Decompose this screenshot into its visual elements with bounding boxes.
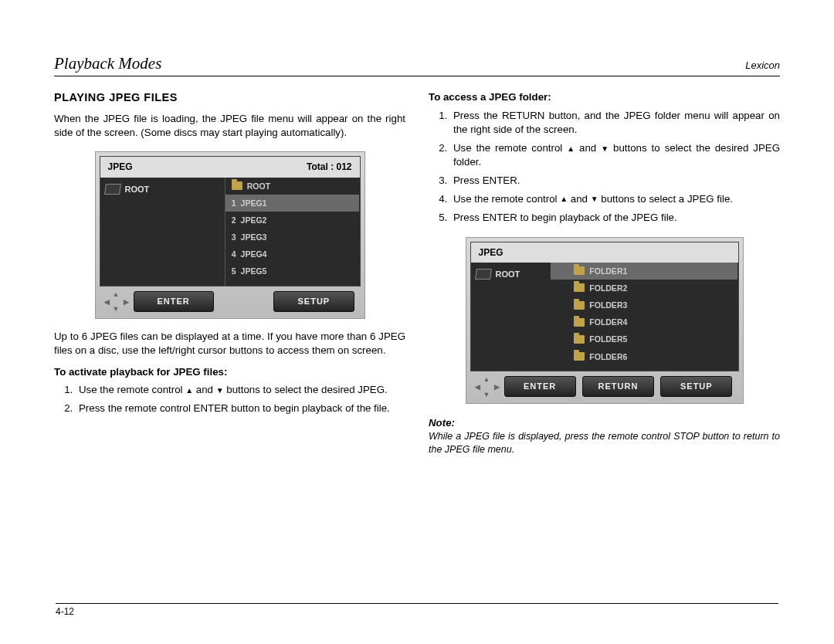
folder-icon [574,266,585,275]
setup-button: SETUP [273,291,354,312]
list-item: FOLDER1 [551,263,737,280]
right-column: To access a JPEG folder: Press the RETUR… [429,90,780,456]
list-item: FOLDER5 [551,330,737,347]
screenshot-footer: ◀▶ ENTER RETURN SETUP [470,371,739,399]
note-text: While a JPEG file is displayed, press th… [429,430,780,456]
title-left: JPEG [108,161,133,173]
open-folder-icon [104,184,121,195]
folder-icon [232,181,242,190]
intro-paragraph: When the JPEG file is loading, the JPEG … [54,112,405,140]
screenshot-titlebar: JPEG [471,242,738,263]
step: Press the remote control ENTER button to… [76,402,405,415]
page-header: Playback Modes Lexicon [54,54,780,76]
brand-name: Lexicon [745,59,780,71]
list-item: 5JPEG5 [225,263,360,280]
content-columns: PLAYING JPEG FILES When the JPEG file is… [54,90,780,456]
access-folder-steps: Press the RETURN button, and the JPEG fo… [450,109,780,225]
activate-steps: Use the remote control ▲ and ▼ buttons t… [76,383,405,415]
up-arrow-icon: ▲ [567,144,575,154]
page-number: 4-12 [56,603,778,617]
folder-icon [574,318,585,327]
open-folder-icon [475,269,492,280]
jpeg-file-menu-screenshot: JPEG Total : 012 ROOT ROOT 1JPEG1 2JPEG2… [95,151,365,318]
folder-icon [574,301,585,310]
list-item: FOLDER2 [551,280,737,297]
screenshot-titlebar: JPEG Total : 012 [100,157,360,177]
down-arrow-icon: ▼ [601,144,609,154]
list-item: ROOT [225,178,360,195]
step: Press ENTER to begin playback of the JPE… [450,211,780,225]
below-image-paragraph: Up to 6 JPEG files can be displayed at a… [54,330,405,358]
up-arrow-icon: ▲ [185,385,193,396]
step: Use the remote control ▲ and ▼ buttons t… [450,141,780,169]
enter-button: ENTER [504,376,576,397]
folder-icon [574,352,585,361]
section-name: Playback Modes [54,54,161,73]
folder-icon [574,283,585,292]
down-arrow-icon: ▼ [591,194,598,205]
dpad-icon: ◀▶ [476,376,498,398]
return-button: RETURN [582,376,654,397]
folder-pane: ROOT [100,178,225,286]
list-item: 1JPEG1 [225,195,360,212]
dpad-icon: ◀▶ [106,291,127,313]
list-item: 4JPEG4 [225,246,360,263]
folder-icon [574,335,585,344]
title-total: Total : 012 [307,161,351,173]
setup-button: SETUP [660,376,732,397]
step: Use the remote control ▲ and ▼ buttons t… [76,383,405,397]
step: Press ENTER. [450,174,780,188]
file-list-pane: ROOT 1JPEG1 2JPEG2 3JPEG3 4JPEG4 5JPEG5 [225,178,360,286]
sub-heading: To access a JPEG folder: [429,90,780,104]
left-column: PLAYING JPEG FILES When the JPEG file is… [54,90,405,456]
enter-button: ENTER [134,291,214,312]
folder-list-pane: FOLDER1 FOLDER2 FOLDER3 FOLDER4 FOLDER5 … [551,263,737,371]
step: Use the remote control ▲ and ▼ buttons t… [450,192,780,206]
screenshot-footer: ◀▶ ENTER SETUP [100,286,361,314]
list-item: FOLDER4 [551,314,737,330]
list-item: 2JPEG2 [225,212,360,229]
jpeg-folder-menu-screenshot: JPEG ROOT FOLDER1 FOLDER2 FOLDER3 FOLDER… [466,237,744,404]
root-label: ROOT [496,269,520,280]
list-item: FOLDER3 [551,297,737,314]
root-label: ROOT [125,184,150,195]
step: Press the RETURN button, and the JPEG fo… [450,109,780,137]
folder-pane: ROOT [471,263,551,371]
list-item: 3JPEG3 [225,229,360,246]
section-title: PLAYING JPEG FILES [54,90,405,106]
up-arrow-icon: ▲ [560,194,568,205]
list-item: FOLDER6 [551,348,737,365]
title-left: JPEG [479,246,503,259]
sub-heading: To activate playback for JPEG files: [54,365,405,379]
note-label: Note: [429,416,780,430]
down-arrow-icon: ▼ [216,385,224,396]
